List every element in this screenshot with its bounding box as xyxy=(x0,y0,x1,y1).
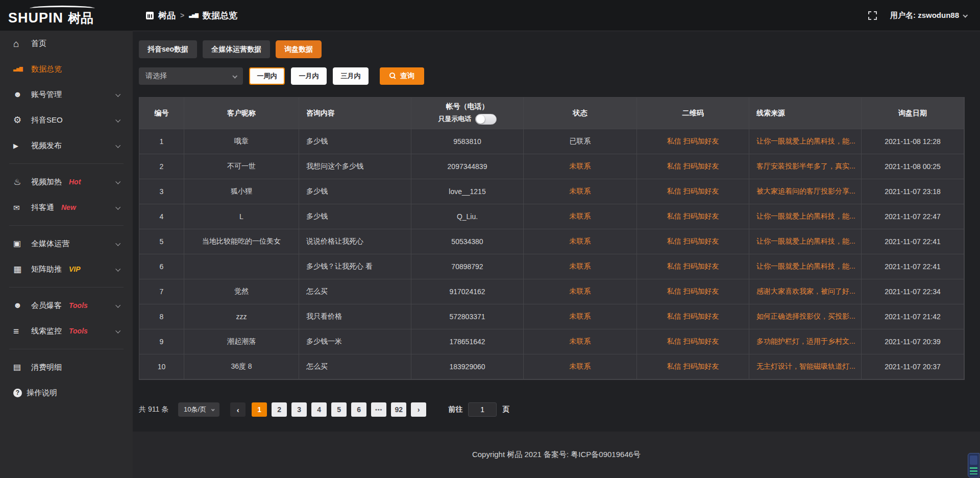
table-body: 1 哦章 多少钱 9583810 已联系 私信 扫码加好友 让你一眼就爱上的黑科… xyxy=(139,129,964,379)
page-button[interactable]: 2 xyxy=(272,402,287,417)
cell-source-link[interactable]: 无主灯设计，智能磁吸轨道灯... xyxy=(749,354,862,379)
chevron-down-icon xyxy=(115,266,120,271)
page-button[interactable]: 3 xyxy=(291,402,307,417)
sidebar-item[interactable]: 首页 xyxy=(0,31,133,56)
cell-status: 未联系 xyxy=(524,229,637,254)
sidebar-item-icon xyxy=(13,178,27,186)
sidebar-item[interactable]: 会员爆客 Tools xyxy=(0,293,133,318)
page-button[interactable]: 4 xyxy=(311,402,327,417)
breadcrumb-separator: > xyxy=(180,11,184,19)
table-row: 10 36度 8 怎么买 183929060 未联系 私信 扫码加好友 无主灯设… xyxy=(139,354,964,379)
floating-widget[interactable] xyxy=(968,453,979,477)
sidebar-item[interactable]: 线索监控 Tools xyxy=(0,318,133,344)
sidebar-item[interactable]: 矩阵助推 VIP xyxy=(0,256,133,282)
tab-button[interactable]: 询盘数据 xyxy=(276,40,322,58)
filter-select[interactable]: 请选择 xyxy=(139,67,243,85)
cell-nickname xyxy=(184,254,299,279)
sidebar-item[interactable]: 视频加热 Hot xyxy=(0,169,133,195)
cell-qrcode-link[interactable]: 私信 扫码加好友 xyxy=(637,279,749,304)
page-button[interactable]: 6 xyxy=(351,402,366,417)
cell-qrcode-link[interactable]: 私信 扫码加好友 xyxy=(637,179,749,204)
sidebar-item-label: 视频加热 xyxy=(31,177,62,187)
prev-page-button[interactable]: ‹ xyxy=(230,402,246,417)
sidebar-item[interactable]: 账号管理 xyxy=(0,82,133,107)
sidebar-item[interactable]: 抖客通 New xyxy=(0,195,133,220)
cell-qrcode-link[interactable]: 私信 扫码加好友 xyxy=(637,154,749,179)
sidebar-item-icon xyxy=(13,363,27,371)
cell-qrcode-link[interactable]: 私信 扫码加好友 xyxy=(637,229,749,254)
next-page-button[interactable]: › xyxy=(411,402,426,417)
sidebar-item-icon xyxy=(13,204,27,211)
cell-status: 未联系 xyxy=(524,179,637,204)
phone-only-toggle[interactable] xyxy=(475,114,497,125)
chevron-down-icon xyxy=(115,204,120,209)
goto-page-input[interactable] xyxy=(468,402,497,417)
cell-source-link[interactable]: 客厅安装投影半年多了，真实... xyxy=(749,154,862,179)
tab-button[interactable]: 抖音seo数据 xyxy=(139,40,197,58)
range-button[interactable]: 一月内 xyxy=(291,67,327,85)
cell-content: 多少钱 xyxy=(299,204,411,229)
tab-bar: 抖音seo数据全媒体运营数据询盘数据 xyxy=(139,40,964,58)
chevron-down-icon xyxy=(963,12,968,17)
cell-qrcode-link[interactable]: 私信 扫码加好友 xyxy=(637,129,749,154)
cell-source-link[interactable]: 如何正确选择投影仪，买投影... xyxy=(749,304,862,329)
cell-source-link[interactable]: 被大家追着问的客厅投影分享... xyxy=(749,179,862,204)
sidebar-item-badge: Hot xyxy=(69,178,81,186)
cell-qrcode-link[interactable]: 私信 扫码加好友 xyxy=(637,254,749,279)
cell-id: 7 xyxy=(139,279,184,304)
sidebar-item-group: 抖音SEO xyxy=(0,107,133,133)
page-button[interactable]: ••• xyxy=(371,402,386,417)
range-button-group: 一周内一月内三月内 xyxy=(249,67,369,85)
page-button[interactable]: 92 xyxy=(391,402,406,417)
cell-account: 9583810 xyxy=(411,129,524,154)
cell-source-link[interactable]: 让你一眼就爱上的黑科技，能... xyxy=(749,229,862,254)
cell-source-link[interactable]: 让你一眼就爱上的黑科技，能... xyxy=(749,129,862,154)
sidebar-item[interactable]: 消费明细 xyxy=(0,354,133,380)
page-button[interactable]: 1 xyxy=(252,402,267,417)
sidebar-item-label: 矩阵助推 xyxy=(31,265,62,274)
cell-qrcode-link[interactable]: 私信 扫码加好友 xyxy=(637,354,749,379)
chevron-down-icon xyxy=(115,302,120,307)
cell-nickname: zzz xyxy=(184,304,299,329)
breadcrumb: 树品 > ▃▅▇ 数据总览 xyxy=(146,10,237,21)
fullscreen-icon[interactable] xyxy=(868,11,877,20)
cell-qrcode-link[interactable]: 私信 扫码加好友 xyxy=(637,204,749,229)
col-date-header: 询盘日期 xyxy=(862,98,964,129)
sidebar-item-label: 操作说明 xyxy=(27,388,57,398)
logo-text-en: SHUPIN xyxy=(8,10,63,26)
chevron-down-icon xyxy=(211,408,215,411)
cell-source-link[interactable]: 让你一眼就爱上的黑科技，能... xyxy=(749,204,862,229)
sidebar-item[interactable]: 数据总览 xyxy=(0,56,133,82)
page-button[interactable]: 5 xyxy=(331,402,347,417)
cell-source-link[interactable]: 多功能护栏灯，适用于乡村文... xyxy=(749,329,862,354)
cell-id: 5 xyxy=(139,229,184,254)
page-size-select[interactable]: 10条/页 xyxy=(178,402,219,417)
cell-source-link[interactable]: 让你一眼就爱上的黑科技，能... xyxy=(749,254,862,279)
query-button-label: 查询 xyxy=(400,71,414,81)
sidebar-item-group: 消费明细 xyxy=(0,354,133,380)
sidebar-item[interactable]: 操作说明 xyxy=(0,380,133,405)
cell-qrcode-link[interactable]: 私信 扫码加好友 xyxy=(637,304,749,329)
sidebar-divider xyxy=(9,287,124,288)
tab-button[interactable]: 全媒体运营数据 xyxy=(203,40,270,58)
cell-id: 9 xyxy=(139,329,184,354)
breadcrumb-root[interactable]: 树品 xyxy=(158,10,176,21)
cell-id: 2 xyxy=(139,154,184,179)
table-header: 编号 客户昵称 咨询内容 帐号（电话） 只显示电话 状态 二维码 线索来源 询盘… xyxy=(139,98,964,129)
sidebar-item-group: 操作说明 xyxy=(0,380,133,405)
range-button[interactable]: 一周内 xyxy=(249,67,285,85)
sidebar-item-icon xyxy=(13,265,27,274)
range-button[interactable]: 三月内 xyxy=(333,67,369,85)
pagination-total: 共 911 条 xyxy=(139,405,168,414)
top-bar: SHUPIN 树品 树品 > ▃▅▇ 数据总览 用户名: zswodun88 xyxy=(0,0,980,31)
cell-account: 2097344839 xyxy=(411,154,524,179)
cell-qrcode-link[interactable]: 私信 扫码加好友 xyxy=(637,329,749,354)
cell-status: 未联系 xyxy=(524,354,637,379)
cell-source-link[interactable]: 感谢大家喜欢我家，被问了好... xyxy=(749,279,862,304)
user-menu[interactable]: 用户名: zswodun88 xyxy=(890,11,967,20)
sidebar-item[interactable]: 视频发布 xyxy=(0,133,133,158)
query-button[interactable]: 查询 xyxy=(380,67,424,85)
sidebar-item[interactable]: 全媒体运营 xyxy=(0,231,133,256)
sidebar-item[interactable]: 抖音SEO xyxy=(0,107,133,133)
cell-id: 3 xyxy=(139,179,184,204)
